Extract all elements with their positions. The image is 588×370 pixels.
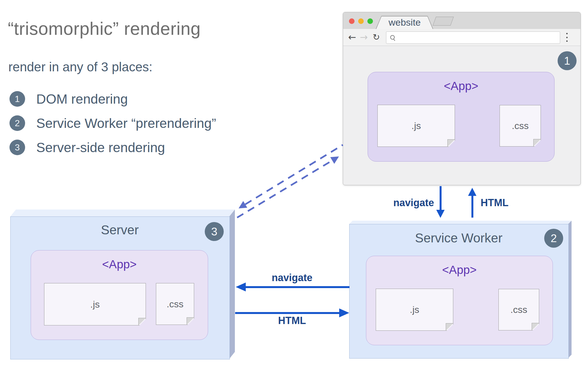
back-arrow-icon[interactable]: ← bbox=[348, 29, 356, 46]
legend-label: Server-side rendering bbox=[36, 140, 165, 155]
navigate-left-arrowhead bbox=[236, 283, 246, 291]
browser-toolbar: ← → ↻ bbox=[343, 29, 580, 46]
navigate-left-label: navigate bbox=[257, 272, 327, 284]
browser-tab-title: website bbox=[389, 16, 421, 29]
traffic-light-close[interactable] bbox=[349, 18, 355, 24]
html-right-arrowhead bbox=[339, 308, 349, 317]
app-component-label: <App> bbox=[366, 263, 553, 277]
legend-label: Service Worker “prerendering” bbox=[36, 116, 216, 131]
legend-number-badge: 1 bbox=[9, 91, 25, 107]
traffic-light-minimize[interactable] bbox=[358, 18, 364, 24]
server-title: Server bbox=[10, 222, 229, 237]
navigate-down-label: navigate bbox=[357, 197, 434, 209]
status-badge-2: 2 bbox=[544, 229, 563, 248]
legend-number-badge: 2 bbox=[9, 115, 25, 131]
js-file: .js bbox=[377, 105, 455, 147]
server-app-box: <App> .js .css bbox=[31, 250, 208, 340]
diagram-canvas: “trisomorphic” rendering render in any o… bbox=[0, 0, 588, 370]
browser-app-box: <App> .js .css bbox=[368, 72, 555, 162]
status-badge-3: 3 bbox=[205, 222, 224, 241]
forward-arrow-icon[interactable]: → bbox=[360, 29, 368, 46]
url-input[interactable] bbox=[386, 31, 560, 44]
search-icon bbox=[390, 35, 395, 40]
legend-number-badge: 3 bbox=[9, 140, 25, 155]
css-file: .css bbox=[156, 283, 194, 325]
js-file: .js bbox=[376, 289, 453, 331]
dashed-link-browser-to-server bbox=[239, 145, 343, 208]
navigate-down-arrowhead bbox=[436, 210, 445, 218]
dashed-arrowhead-to-browser bbox=[330, 153, 341, 164]
dashed-arrowhead-to-server bbox=[237, 201, 247, 212]
browser-titlebar: website bbox=[343, 12, 580, 29]
dashed-link-server-to-browser bbox=[237, 157, 338, 218]
html-right-label: HTML bbox=[257, 315, 327, 327]
navigate-down-arrow bbox=[440, 186, 442, 211]
page-title: “trisomorphic” rendering bbox=[8, 18, 201, 39]
new-tab-button[interactable] bbox=[433, 17, 454, 26]
traffic-light-zoom[interactable] bbox=[367, 18, 373, 24]
server-box-top-face bbox=[10, 210, 235, 216]
navigate-left-arrow bbox=[245, 286, 350, 288]
reload-icon[interactable]: ↻ bbox=[373, 29, 380, 46]
service-worker-box-top-face bbox=[349, 221, 572, 224]
css-file: .css bbox=[498, 289, 539, 330]
status-badge-1: 1 bbox=[558, 51, 577, 70]
html-up-arrow bbox=[471, 195, 473, 218]
legend-item-service-worker: 2 Service Worker “prerendering” bbox=[9, 115, 216, 131]
legend-label: DOM rendering bbox=[36, 91, 128, 107]
html-right-arrow bbox=[235, 312, 340, 314]
legend-item-dom: 1 DOM rendering bbox=[9, 91, 128, 107]
html-up-label: HTML bbox=[481, 197, 509, 209]
page-subtitle: render in any of 3 places: bbox=[8, 59, 153, 74]
js-file: .js bbox=[44, 283, 146, 325]
server-box-side-face bbox=[229, 210, 235, 359]
css-file: .css bbox=[500, 105, 541, 147]
html-up-arrowhead bbox=[468, 188, 476, 196]
overflow-menu-icon[interactable] bbox=[566, 33, 568, 42]
service-worker-title: Service Worker bbox=[349, 230, 568, 245]
service-worker-app-box: <App> .js .css bbox=[366, 256, 553, 345]
legend-item-server-side: 3 Server-side rendering bbox=[9, 140, 165, 155]
app-component-label: <App> bbox=[368, 79, 554, 93]
app-component-label: <App> bbox=[31, 258, 208, 271]
